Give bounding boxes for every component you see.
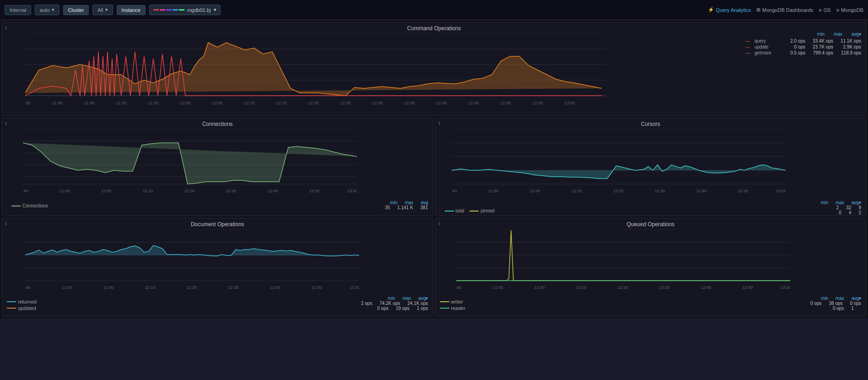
svg-text:11:50: 11:50 <box>59 189 70 193</box>
doc-upd-avg: 1 ops <box>417 306 428 311</box>
queued-ops-title: Queued Operations <box>436 218 866 228</box>
svg-text:12:40: 12:40 <box>696 189 706 193</box>
document-ops-panel: ℹ Document Operations 100K ops 75K ops 5… <box>2 218 433 316</box>
query-analytics-nav[interactable]: ⚡ Query Analytics <box>708 7 751 13</box>
svg-text:12:20: 12:20 <box>187 285 197 290</box>
auto-button[interactable]: auto ▾ <box>35 5 59 15</box>
que-max-hdr: max <box>836 296 844 301</box>
que-writer-min: 0 ops <box>810 301 821 306</box>
total-legend-item: total <box>445 208 464 213</box>
svg-text:11:50: 11:50 <box>488 189 498 193</box>
que-writer-max: 38 ops <box>829 301 843 306</box>
svg-text:12:30: 12:30 <box>654 189 665 193</box>
instance-label: Instance <box>122 7 141 13</box>
writer-line <box>440 301 449 302</box>
interval-label: Interval <box>10 7 26 13</box>
queued-ops-chart: 40 ops 30 ops 20 ops 10 ops 0 ops 11:40 … <box>456 229 790 296</box>
connections-legend-label: Connections <box>22 203 48 208</box>
cursors-title: Cursors <box>436 118 866 128</box>
reader-label: reader <box>451 305 466 311</box>
mongodb-dashboards-nav[interactable]: ⊞ MongoDB Dashboards <box>756 7 813 13</box>
svg-text:11:40: 11:40 <box>52 101 63 105</box>
instance-value: mgdb01.bj <box>187 7 210 13</box>
cursors-total-vals: 2 32 9 <box>821 205 861 210</box>
update-stat-row: — update 0 ops 23.7K ops 2.9K ops <box>745 44 861 49</box>
svg-text:12:30: 12:30 <box>372 101 383 105</box>
reader-line <box>440 308 449 309</box>
svg-text:12:30: 12:30 <box>226 189 237 193</box>
os-nav[interactable]: ≡ OS <box>819 7 830 13</box>
svg-text:11:40: 11:40 <box>456 285 461 290</box>
lightning-icon: ⚡ <box>708 7 714 13</box>
svg-text:12:40: 12:40 <box>268 189 278 193</box>
chevron-down-icon-3: ▾ <box>214 7 216 13</box>
cursors-chart: 40 30 20 10 0 11:40 11:50 12:00 12:10 12… <box>452 129 786 200</box>
instance-button[interactable]: Instance <box>117 5 146 15</box>
doc-stats-header: min max avg▾ <box>361 296 428 301</box>
mongodb-nav[interactable]: ≡ MongoDB <box>836 7 863 13</box>
svg-text:11:35: 11:35 <box>25 101 30 105</box>
bottom-row: ℹ Document Operations 100K ops 75K ops 5… <box>2 218 866 316</box>
pinned-legend-line <box>469 211 479 212</box>
total-legend-line <box>445 211 454 212</box>
conn-min-hdr: min <box>390 200 397 205</box>
queued-ops-legend: writer reader <box>440 299 466 311</box>
connections-legend-line <box>11 206 21 206</box>
doc-upd-max: 19 ops <box>396 306 410 311</box>
svg-text:12:00: 12:00 <box>101 189 112 193</box>
query-min: 2.0 ops <box>780 38 805 43</box>
avg-header: avg▾ <box>852 32 861 37</box>
interval-button[interactable]: Interval <box>5 5 31 15</box>
svg-text:11:50: 11:50 <box>62 285 72 290</box>
svg-text:12:20: 12:20 <box>184 189 195 193</box>
doc-ret-min: 2 ops <box>361 301 372 306</box>
color-bar <box>153 9 184 11</box>
all-label: All <box>97 7 103 13</box>
svg-text:13:00: 13:00 <box>776 189 785 193</box>
doc-max-hdr: max <box>402 296 411 301</box>
middle-row: ℹ Connections 1.3 K 1.0 K 750 500 250 0 <box>2 118 866 216</box>
cursors-stats: min max avg▾ 2 32 9 0 4 2 <box>821 200 861 215</box>
queued-ops-stats: min max avg▾ 0 ops 38 ops 0 ops 0 ops 1 <box>810 296 861 311</box>
connections-chart: 1.3 K 1.0 K 750 500 250 0 11:40 11:50 12… <box>23 129 357 200</box>
que-reader-max: 1 <box>851 306 854 311</box>
writer-legend: writer <box>440 299 466 304</box>
conn-avg-hdr: avg <box>421 200 428 205</box>
update-avg: 2.9K ops <box>836 44 861 49</box>
svg-text:11:40: 11:40 <box>25 285 30 290</box>
all-button[interactable]: All ▾ <box>92 5 113 15</box>
info-icon-cmd: ℹ <box>5 25 7 30</box>
command-ops-title: Command Operations <box>2 22 866 33</box>
svg-text:13:00: 13:00 <box>350 285 359 290</box>
query-color-icon: — <box>745 38 750 43</box>
auto-label: auto <box>40 7 49 13</box>
que-writer-vals: 0 ops 38 ops 0 ops <box>810 301 861 306</box>
doc-updated-vals: 0 ops 19 ops 1 ops <box>361 306 428 311</box>
doc-min-hdr: min <box>388 296 395 301</box>
main-content: ℹ Command Operations min max avg▾ — quer… <box>0 20 868 318</box>
update-label: update <box>755 44 777 49</box>
cursors-stats-header: min max avg▾ <box>821 200 861 205</box>
que-writer-avg: 0 ops <box>850 301 861 306</box>
min-header: min <box>817 32 825 37</box>
cluster-label: Cluster <box>68 7 84 13</box>
svg-text:12:20: 12:20 <box>617 285 628 290</box>
document-ops-chart: 100K ops 75K ops 50K ops 25K ops 0 ops 1… <box>25 229 359 296</box>
svg-text:11:40: 11:40 <box>452 189 457 193</box>
cluster-button[interactable]: Cluster <box>63 5 89 15</box>
cursors-panel: ℹ Cursors 40 30 20 10 0 11:40 11:50 <box>435 118 867 216</box>
svg-text:12:50: 12:50 <box>309 189 320 193</box>
query-stat-row: — query 2.0 ops 33.4K ops 11.1K ops <box>745 38 861 43</box>
updated-label: updated <box>18 305 36 311</box>
cur-max-hdr: max <box>836 200 844 205</box>
instance-dropdown[interactable]: mgdb01.bj ▾ <box>149 5 220 15</box>
connections-title: Connections <box>2 118 433 128</box>
writer-label: writer <box>451 299 464 304</box>
returned-label: returned <box>18 299 37 304</box>
getmore-label: getmore <box>755 50 777 55</box>
connections-legend-item: Connections <box>11 203 48 208</box>
getmore-min: 0.5 ops <box>780 50 805 55</box>
que-stats-header: min max avg▾ <box>810 296 861 301</box>
doc-ret-avg: 24.1K ops <box>407 301 428 306</box>
svg-text:12:25: 12:25 <box>340 101 351 105</box>
